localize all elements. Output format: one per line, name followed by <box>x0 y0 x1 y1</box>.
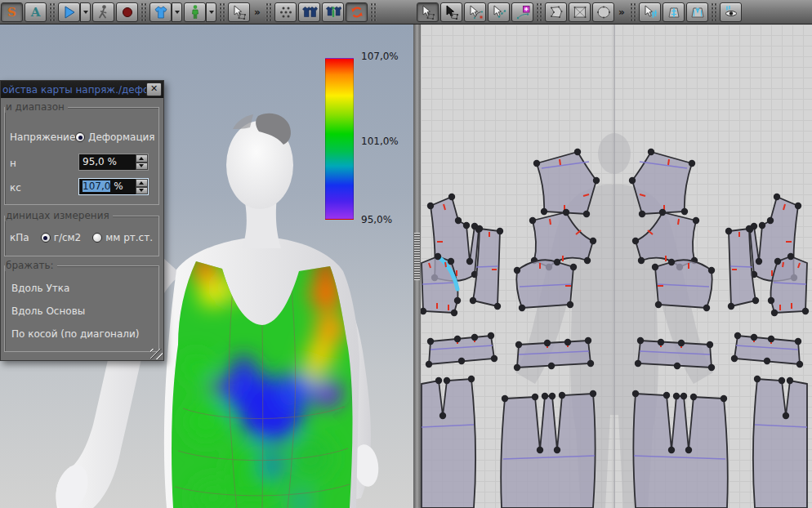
pattern-vertex[interactable] <box>708 364 715 371</box>
pattern-vertex[interactable] <box>658 339 664 345</box>
pattern-vertex[interactable] <box>678 340 685 346</box>
max-spin-down-icon[interactable] <box>136 187 148 195</box>
pattern-vertex[interactable] <box>689 160 695 167</box>
pattern-vertex[interactable] <box>455 217 462 224</box>
pattern-vertex[interactable] <box>488 332 494 339</box>
pattern-vertex[interactable] <box>451 310 457 316</box>
ellipse-tool-button[interactable] <box>592 2 614 22</box>
pattern-vertex[interactable] <box>673 393 680 399</box>
arrange-points-button[interactable] <box>274 2 297 22</box>
pattern-vertex[interactable] <box>637 337 644 344</box>
pattern-vertex[interactable] <box>635 360 641 367</box>
record-button[interactable] <box>116 2 138 22</box>
pattern-vertex[interactable] <box>494 303 501 310</box>
pattern-vertex[interactable] <box>502 395 508 402</box>
pattern-vertex[interactable] <box>632 390 639 397</box>
pattern-piece[interactable] <box>652 259 715 311</box>
add-point-button[interactable] <box>511 2 533 22</box>
pattern-vertex[interactable] <box>795 203 801 209</box>
show-strain-button[interactable] <box>720 2 742 22</box>
max-spin-up-icon[interactable] <box>136 179 148 187</box>
min-value[interactable]: 95,0 % <box>83 155 117 169</box>
unit-option-1[interactable]: кПа <box>10 232 29 243</box>
pattern-vertex[interactable] <box>463 222 470 229</box>
pattern-vertex[interactable] <box>471 334 478 341</box>
pattern-vertex[interactable] <box>764 358 770 364</box>
pattern-vertex[interactable] <box>680 393 687 399</box>
pattern-vertex[interactable] <box>529 217 536 224</box>
pattern-vertex[interactable] <box>587 360 594 367</box>
pattern-vertex[interactable] <box>559 392 565 399</box>
pattern-vertex[interactable] <box>751 334 757 341</box>
pattern-vertex[interactable] <box>519 305 525 311</box>
mode-s-button[interactable]: S <box>1 2 23 22</box>
pattern-vertex[interactable] <box>548 363 555 369</box>
pattern-vertex[interactable] <box>491 355 497 362</box>
pattern-vertex[interactable] <box>638 257 645 264</box>
pattern-vertex[interactable] <box>728 303 734 310</box>
strain-radio[interactable] <box>75 132 85 142</box>
pattern-vertex[interactable] <box>708 267 715 274</box>
pattern-vertex[interactable] <box>648 149 654 155</box>
garment-display-button[interactable] <box>149 2 172 22</box>
pattern-select-button[interactable] <box>417 2 439 22</box>
pattern-piece[interactable] <box>731 332 803 368</box>
pattern-vertex[interactable] <box>707 341 713 348</box>
pattern-vertex[interactable] <box>435 253 441 260</box>
unit-radio-2[interactable] <box>41 233 51 243</box>
unit-radio-3[interactable] <box>92 233 102 243</box>
pattern-vertex[interactable] <box>802 308 809 314</box>
pattern-vertex[interactable] <box>731 355 738 362</box>
pattern-vertex[interactable] <box>685 447 692 453</box>
pattern-vertex[interactable] <box>448 258 454 265</box>
pattern-vertex[interactable] <box>681 208 688 215</box>
dialog-resize-grip[interactable] <box>150 349 163 359</box>
pattern-vertex[interactable] <box>725 228 732 234</box>
pattern-vertex[interactable] <box>668 447 675 453</box>
dart-open-tool-button[interactable] <box>686 2 708 22</box>
min-spin-up-icon[interactable] <box>136 154 148 163</box>
max-value-selected[interactable]: 107,0 <box>83 180 110 192</box>
pattern-piece[interactable] <box>422 376 475 508</box>
pattern-vertex[interactable] <box>497 228 503 234</box>
pattern-vertex[interactable] <box>655 301 662 308</box>
pattern-vertex[interactable] <box>652 264 658 270</box>
pattern-vertex[interactable] <box>514 364 520 371</box>
pattern-vertex[interactable] <box>771 310 778 316</box>
edit-curve-points-button[interactable] <box>488 2 510 22</box>
pattern-piece[interactable] <box>501 390 596 508</box>
pattern-vertex[interactable] <box>584 257 591 264</box>
2d-pattern-viewport[interactable] <box>421 25 812 508</box>
pattern-vertex[interactable] <box>439 412 446 419</box>
pattern-vertex[interactable] <box>567 301 573 308</box>
pattern-vertex[interactable] <box>435 377 442 384</box>
pattern-vertex[interactable] <box>427 338 434 345</box>
pattern-vertex[interactable] <box>593 177 600 184</box>
pattern-vertex[interactable] <box>774 194 780 200</box>
pattern-vertex[interactable] <box>563 209 569 216</box>
avatar-display-button-dropdown[interactable] <box>206 2 216 22</box>
rectangle-tool-button[interactable] <box>569 2 591 22</box>
pattern-vertex[interactable] <box>544 340 551 346</box>
pattern-vertex[interactable] <box>659 209 666 216</box>
pattern-vertex[interactable] <box>537 447 543 453</box>
pattern-vertex[interactable] <box>783 412 789 419</box>
pattern-vertex[interactable] <box>721 395 727 402</box>
pattern-vertex[interactable] <box>570 264 577 270</box>
pattern-vertex[interactable] <box>590 238 596 244</box>
pattern-vertex[interactable] <box>444 377 450 384</box>
pattern-vertex[interactable] <box>787 253 794 260</box>
pattern-vertex[interactable] <box>454 297 461 304</box>
pattern-vertex[interactable] <box>458 358 465 364</box>
dart-closed-tool-button[interactable] <box>663 2 685 22</box>
3d-viewport[interactable]: 107,0% 101,0% 95,0% ойства карты напряж.… <box>0 25 413 508</box>
unit-option-2[interactable]: г/см2 <box>41 232 82 243</box>
pattern-vertex[interactable] <box>554 259 560 265</box>
select-3d-tool-button[interactable] <box>228 2 250 22</box>
min-spin-down-icon[interactable] <box>136 163 148 171</box>
pattern-vertex[interactable] <box>787 377 793 384</box>
pattern-piece[interactable] <box>753 376 807 508</box>
display-option-warp[interactable]: Вдоль Основы <box>11 305 85 317</box>
pattern-vertex[interactable] <box>476 225 483 232</box>
pattern-vertex[interactable] <box>703 305 710 311</box>
